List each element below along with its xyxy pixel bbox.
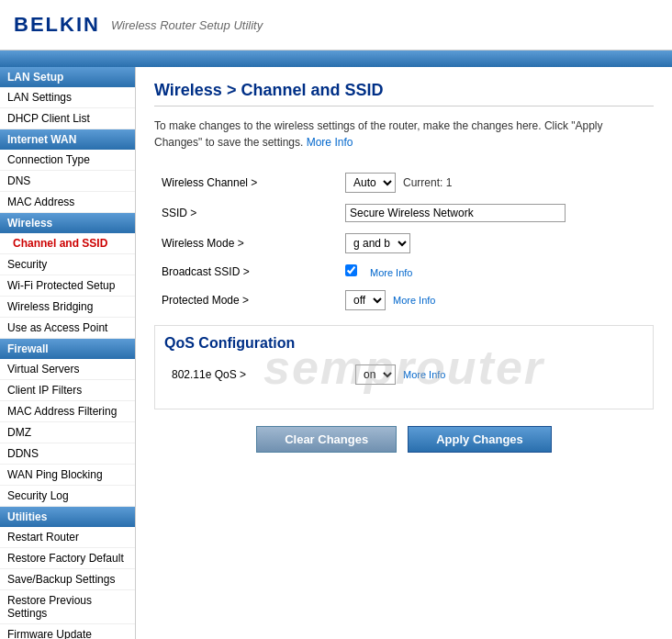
field-row-ssid: SSID > — [154, 198, 654, 228]
field-label-protected-mode: Protected Mode > — [154, 285, 338, 316]
sidebar-item-firmware-update[interactable]: Firmware Update — [0, 624, 135, 639]
banner — [0, 50, 672, 67]
qos-802-11e-select[interactable]: onoff — [355, 364, 396, 385]
field-control-wireless-channel: Auto1234567891011Current: 1 — [338, 167, 654, 198]
qos-table: 802.11e QoS >onoffMore Info — [164, 359, 644, 390]
broadcast-ssid-more-info-link[interactable]: More Info — [370, 267, 412, 278]
field-control-wireless-mode: g and bg onlyb only — [338, 228, 654, 259]
main-content: Wireless > Channel and SSID To make chan… — [136, 67, 672, 639]
protected-mode-more-info-link[interactable]: More Info — [393, 295, 435, 306]
field-label-qos-802-11e: 802.11e QoS > — [164, 359, 348, 390]
sidebar-section-firewall: Firewall — [0, 339, 135, 359]
description-text: To make changes to the wireless settings… — [154, 119, 603, 149]
ssid-input[interactable] — [345, 204, 566, 222]
logo-subtitle: Wireless Router Setup Utility — [111, 18, 263, 32]
sidebar-item-wan-ping-blocking[interactable]: WAN Ping Blocking — [0, 465, 135, 486]
description: To make changes to the wireless settings… — [154, 118, 654, 151]
sidebar-item-restore-factory[interactable]: Restore Factory Default — [0, 548, 135, 569]
sidebar-item-mac-address[interactable]: MAC Address — [0, 192, 135, 213]
sidebar-item-restore-previous[interactable]: Restore Previous Settings — [0, 590, 135, 624]
clear-changes-button[interactable]: Clear Changes — [256, 426, 397, 453]
field-label-broadcast-ssid: Broadcast SSID > — [154, 259, 338, 285]
button-row: Clear Changes Apply Changes — [154, 426, 654, 453]
sidebar-section-internet-wan: Internet WAN — [0, 129, 135, 150]
qos-section: semprouter QoS Configuration 802.11e QoS… — [154, 325, 654, 409]
more-info-link-top[interactable]: More Info — [307, 136, 353, 149]
field-label-ssid: SSID > — [154, 198, 338, 228]
field-control-protected-mode: offonMore Info — [338, 285, 654, 316]
header: BELKIN Wireless Router Setup Utility — [0, 0, 672, 50]
page-title: Wireless > Channel and SSID — [154, 81, 654, 106]
sidebar-item-access-point[interactable]: Use as Access Point — [0, 318, 135, 339]
qos-802-11e-more-info-link[interactable]: More Info — [403, 369, 445, 380]
sidebar-item-security[interactable]: Security — [0, 254, 135, 275]
field-control-broadcast-ssid: More Info — [338, 259, 654, 285]
field-label-wireless-channel: Wireless Channel > — [154, 167, 338, 198]
field-row-wireless-mode: Wireless Mode >g and bg onlyb only — [154, 228, 654, 259]
field-row-wireless-channel: Wireless Channel >Auto1234567891011Curre… — [154, 167, 654, 198]
field-label-wireless-mode: Wireless Mode > — [154, 228, 338, 259]
layout: LAN SetupLAN SettingsDHCP Client ListInt… — [0, 67, 672, 639]
sidebar-item-restart-router[interactable]: Restart Router — [0, 527, 135, 548]
field-control-qos-802-11e: onoffMore Info — [348, 359, 644, 390]
field-row-qos-802-11e: 802.11e QoS >onoffMore Info — [164, 359, 644, 390]
sidebar-item-dns[interactable]: DNS — [0, 171, 135, 192]
broadcast-ssid-checkbox[interactable] — [345, 264, 357, 276]
wireless-channel-select[interactable]: Auto1234567891011 — [345, 173, 396, 193]
sidebar-section-lan-setup: LAN Setup — [0, 67, 135, 87]
sidebar-item-connection-type[interactable]: Connection Type — [0, 150, 135, 171]
sidebar-item-wireless-bridging[interactable]: Wireless Bridging — [0, 297, 135, 318]
wireless-mode-select[interactable]: g and bg onlyb only — [345, 233, 410, 253]
wireless-channel-extra-info: Current: 1 — [403, 176, 452, 189]
sidebar-item-security-log[interactable]: Security Log — [0, 486, 135, 507]
sidebar-item-mac-address-filtering[interactable]: MAC Address Filtering — [0, 401, 135, 422]
settings-table: Wireless Channel >Auto1234567891011Curre… — [154, 167, 654, 316]
sidebar-item-channel-ssid[interactable]: Channel and SSID — [0, 233, 135, 254]
sidebar-item-dmz[interactable]: DMZ — [0, 422, 135, 443]
sidebar-item-lan-settings[interactable]: LAN Settings — [0, 87, 135, 108]
sidebar-item-dhcp-client-list[interactable]: DHCP Client List — [0, 108, 135, 129]
protected-mode-select[interactable]: offon — [345, 290, 386, 310]
sidebar-section-utilities: Utilities — [0, 507, 135, 527]
sidebar-item-save-backup[interactable]: Save/Backup Settings — [0, 569, 135, 590]
sidebar-item-wifi-protected-setup[interactable]: Wi-Fi Protected Setup — [0, 275, 135, 297]
sidebar-section-wireless: Wireless — [0, 213, 135, 233]
logo: BELKIN — [14, 13, 100, 37]
field-row-broadcast-ssid: Broadcast SSID >More Info — [154, 259, 654, 285]
qos-title: QoS Configuration — [164, 335, 644, 352]
sidebar: LAN SetupLAN SettingsDHCP Client ListInt… — [0, 67, 136, 639]
sidebar-item-ddns[interactable]: DDNS — [0, 443, 135, 465]
apply-changes-button[interactable]: Apply Changes — [408, 426, 552, 453]
sidebar-item-virtual-servers[interactable]: Virtual Servers — [0, 359, 135, 380]
field-control-ssid — [338, 198, 654, 228]
field-row-protected-mode: Protected Mode >offonMore Info — [154, 285, 654, 316]
sidebar-item-client-ip-filters[interactable]: Client IP Filters — [0, 380, 135, 401]
